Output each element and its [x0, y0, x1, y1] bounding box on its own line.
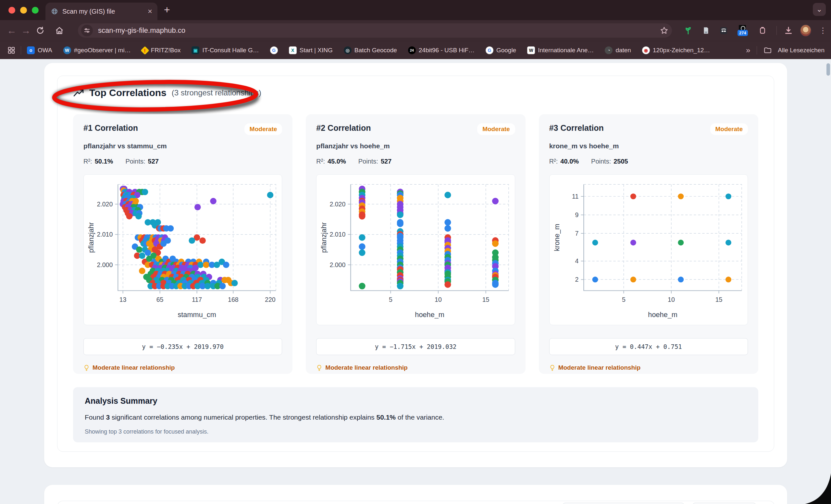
bookmark-label: 120px-Zeichen_12… [653, 47, 710, 54]
svg-text:13: 13 [119, 296, 126, 303]
svg-text:pflanzjahr: pflanzjahr [87, 222, 95, 253]
window-close-button[interactable] [8, 7, 15, 13]
svg-text:168: 168 [228, 296, 238, 303]
tab-search-button[interactable]: ⌄ [813, 3, 826, 16]
points-label: Points: [125, 158, 145, 165]
bookmark-item[interactable]: W#geoObserver | mi… [63, 47, 131, 54]
bookmark-item[interactable]: ◉120px-Zeichen_12… [642, 47, 710, 54]
downloads-button[interactable] [783, 25, 794, 36]
bookmark-favicon: ! [141, 46, 149, 55]
bookmark-item[interactable]: !FRITZ!Box [142, 47, 181, 54]
extension-freedium-icon[interactable] [683, 25, 694, 36]
svg-text:krone_m: krone_m [553, 224, 561, 251]
site-settings-icon[interactable] [81, 25, 93, 36]
r2-label: R²: [549, 158, 558, 165]
tip-text: Moderate linear relationship [558, 364, 640, 371]
svg-text:15: 15 [482, 296, 489, 303]
scatter-chart: 510152.0002.0102.020hoehe_mpflanzjahr [317, 175, 514, 325]
window-minimize-button[interactable] [20, 7, 27, 13]
top-correlations-section: Top Correlations (3 strongest relationsh… [57, 76, 774, 452]
scatter-chart: 51015247911hoehe_mkrone_m [550, 175, 747, 325]
bookmark-label: FRITZ!Box [151, 47, 181, 54]
status-badge: Moderate [710, 123, 748, 135]
toolbar-divider [776, 26, 777, 35]
bookmark-item[interactable]: oOWA [27, 47, 52, 54]
forward-button[interactable]: → [19, 26, 33, 35]
bookmarks-divider [21, 46, 21, 55]
card-stats: R²:40.0% Points:2505 [549, 158, 748, 165]
bookmark-item[interactable]: ◎Batch Geocode [344, 47, 397, 54]
bookmark-item[interactable]: ◔daten [605, 47, 631, 54]
reload-button[interactable] [35, 26, 45, 35]
card-stats: R²:45.0% Points:527 [316, 158, 515, 165]
svg-text:5: 5 [389, 296, 393, 303]
url-bar[interactable]: scan-my-gis-file.maphub.co [78, 23, 672, 38]
scrollbar-thumb[interactable] [827, 63, 830, 76]
bookmark-favicon: G [486, 47, 493, 54]
bookmark-favicon: ◉ [642, 47, 650, 54]
bookmark-item[interactable]: ▣IT-Consult Halle G… [192, 47, 259, 54]
extension-document-icon[interactable] [700, 25, 712, 36]
analysis-summary: Analysis Summary Found 3 significant cor… [73, 387, 758, 442]
profile-avatar[interactable] [800, 25, 811, 36]
bookmark-star-icon[interactable] [660, 26, 669, 35]
bookmark-label: IT-Consult Halle G… [202, 47, 259, 54]
bookmark-item[interactable]: 2424bit96 - USB HiF… [408, 47, 475, 54]
card-title: #1 Correlation [83, 123, 138, 133]
extension-badge-274-icon[interactable]: 274 [737, 25, 748, 36]
next-section-box [57, 501, 775, 504]
r2-label: R²: [83, 158, 92, 165]
bookmark-item[interactable]: G [270, 47, 278, 54]
bookmark-item[interactable]: XStart | XING [289, 47, 333, 54]
back-button[interactable]: ← [4, 26, 19, 35]
svg-text:2.000: 2.000 [330, 261, 346, 268]
extension-privacy-mask-icon[interactable] [718, 25, 729, 36]
bookmark-favicon: ▣ [192, 47, 199, 54]
next-section-control[interactable] [562, 503, 685, 504]
page-title: Top Correlations [89, 87, 167, 98]
svg-text:2.000: 2.000 [97, 261, 113, 268]
bookmark-item[interactable]: GGoogle [486, 47, 516, 54]
next-section-card [44, 485, 787, 504]
extension-clipboard-icon[interactable] [757, 25, 768, 36]
bookmarks-bar: oOWAW#geoObserver | mi…!FRITZ!Box▣IT-Con… [0, 41, 831, 59]
svg-text:2.010: 2.010 [97, 231, 113, 238]
card-title: #2 Correlation [316, 123, 371, 133]
bookmark-item[interactable]: WInternationale Ane… [527, 47, 594, 54]
points-label: Points: [591, 158, 611, 165]
extension-badge-count: 274 [738, 30, 748, 36]
window-zoom-button[interactable] [32, 7, 39, 13]
svg-text:10: 10 [668, 296, 675, 303]
browser-menu-button[interactable]: ⋮ [818, 25, 828, 36]
tab-close-icon[interactable]: × [148, 7, 152, 15]
next-section-control[interactable] [692, 503, 756, 504]
browser-tab[interactable]: Scan my (GIS) file × [46, 3, 157, 20]
status-badge: Moderate [245, 123, 282, 135]
all-bookmarks-label[interactable]: Alle Lesezeichen [778, 47, 825, 54]
browser-window: Scan my (GIS) file × + ⌄ ← → [0, 0, 831, 59]
summary-body: Found 3 significant correlations among n… [85, 413, 747, 421]
new-tab-button[interactable]: + [164, 4, 170, 15]
tip-text: Moderate linear relationship [92, 364, 175, 371]
bookmarks-overflow-chevron[interactable]: » [746, 46, 750, 55]
bookmark-label: Batch Geocode [354, 47, 397, 54]
relationship-tip: Moderate linear relationship [549, 364, 748, 371]
svg-text:117: 117 [192, 296, 202, 303]
bookmark-favicon: ◔ [605, 47, 612, 54]
bookmark-favicon: 24 [408, 47, 416, 54]
tip-text: Moderate linear relationship [325, 364, 407, 371]
report-card: Top Correlations (3 strongest relationsh… [44, 63, 787, 467]
browser-toolbar: ← → scan-my-gis-file.maphub.co [0, 20, 831, 41]
regression-equation: y = −1.715x + 2019.032 [316, 338, 515, 355]
bookmark-label: daten [615, 47, 631, 54]
globe-favicon-icon [51, 7, 58, 15]
svg-text:hoehe_m: hoehe_m [415, 310, 445, 319]
apps-grid-icon[interactable] [7, 46, 16, 55]
bookmark-label: Google [496, 47, 516, 54]
card-title: #3 Correlation [549, 123, 604, 133]
home-button[interactable] [55, 26, 64, 35]
svg-text:2: 2 [575, 276, 578, 283]
svg-text:hoehe_m: hoehe_m [648, 310, 678, 319]
tab-bar: Scan my (GIS) file × + ⌄ [0, 0, 831, 20]
scatter-chart-container: 510152.0002.0102.020hoehe_mpflanzjahr [316, 174, 515, 325]
